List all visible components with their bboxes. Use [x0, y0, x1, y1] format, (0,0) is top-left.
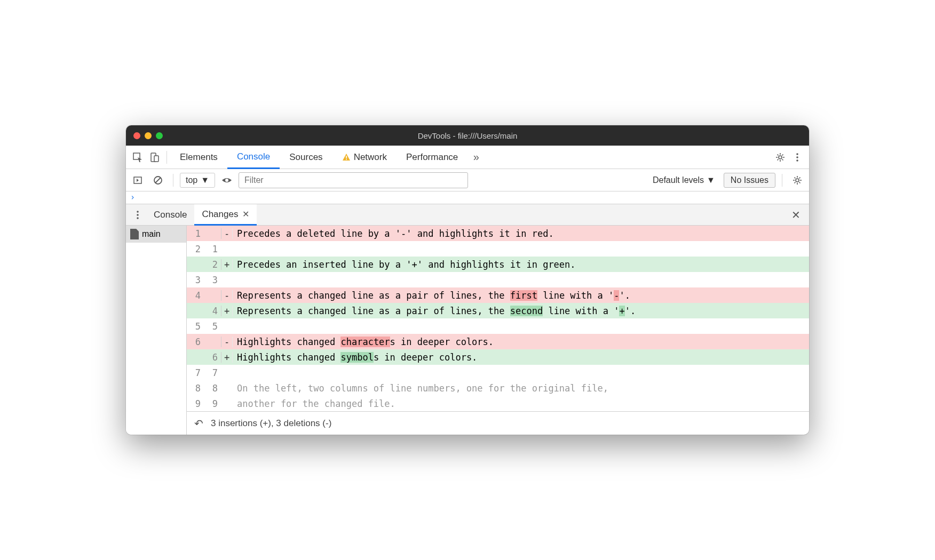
line-number-old: 1: [187, 228, 204, 239]
minimize-window-button[interactable]: [145, 132, 152, 139]
diff-code: Highlights changed symbols in deeper col…: [233, 352, 809, 363]
line-number-new: 5: [204, 321, 221, 332]
diff-code: Precedes a deleted line by a '-' and hig…: [233, 228, 809, 239]
diff-row: 88On the left, two columns of line numbe…: [187, 380, 809, 396]
clear-console-icon[interactable]: [149, 172, 167, 189]
line-number-old: 3: [187, 275, 204, 285]
separator: [167, 151, 167, 164]
diff-code: On the left, two columns of line numbers…: [233, 383, 809, 394]
line-number-new: 2: [204, 259, 221, 270]
issues-button[interactable]: No Issues: [724, 173, 775, 188]
line-number-old: 5: [187, 321, 204, 332]
inspect-element-icon[interactable]: [129, 149, 146, 166]
levels-label: Default levels: [653, 175, 704, 185]
devtools-window: DevTools - file:///Users/main Elements C…: [126, 125, 809, 435]
line-number-old: 4: [187, 290, 204, 301]
diff-lines: 1-Precedes a deleted line by a '-' and h…: [187, 226, 809, 411]
svg-point-7: [796, 156, 798, 158]
chevron-down-icon: ▼: [201, 175, 209, 185]
diff-row: 1-Precedes a deleted line by a '-' and h…: [187, 226, 809, 241]
svg-rect-2: [154, 156, 159, 162]
diff-marker: +: [221, 306, 233, 316]
svg-point-12: [225, 179, 228, 182]
line-number-new: 1: [204, 244, 221, 254]
diff-summary: 3 insertions (+), 3 deletions (-): [211, 418, 331, 429]
line-number-new: 3: [204, 275, 221, 285]
context-label: top: [186, 175, 197, 185]
diff-row: 6-Highlights changed characters in deepe…: [187, 334, 809, 349]
diff-marker: +: [221, 259, 233, 270]
tab-sources[interactable]: Sources: [280, 146, 332, 169]
eye-icon[interactable]: [218, 172, 235, 189]
titlebar: DevTools - file:///Users/main: [126, 125, 809, 146]
close-tab-icon[interactable]: ✕: [242, 209, 249, 219]
tab-elements[interactable]: Elements: [170, 146, 227, 169]
diff-area: 1-Precedes a deleted line by a '-' and h…: [187, 226, 809, 435]
separator: [173, 174, 173, 187]
svg-rect-4: [346, 159, 347, 160]
drawer-tab-bar: Console Changes ✕ ✕: [126, 204, 809, 226]
diff-row: 2+Precedes an inserted line by a '+' and…: [187, 257, 809, 272]
settings-icon[interactable]: [772, 149, 789, 166]
close-window-button[interactable]: [133, 132, 140, 139]
line-number-new: 6: [204, 352, 221, 363]
kebab-menu-icon[interactable]: [789, 149, 806, 166]
diff-code: another for the changed file.: [233, 398, 809, 409]
file-item-main[interactable]: main: [126, 226, 186, 243]
console-settings-icon[interactable]: [789, 172, 806, 189]
svg-point-6: [796, 153, 798, 155]
diff-footer: ↶ 3 insertions (+), 3 deletions (-): [187, 411, 809, 435]
diff-row: 6+Highlights changed symbols in deeper c…: [187, 349, 809, 365]
diff-row: 21: [187, 241, 809, 257]
svg-point-14: [137, 211, 139, 213]
line-number-new: 8: [204, 383, 221, 394]
diff-row: 77: [187, 365, 809, 380]
diff-marker: -: [221, 290, 233, 301]
diff-row: 99another for the changed file.: [187, 396, 809, 411]
diff-row: 33: [187, 272, 809, 287]
drawer-tab-console[interactable]: Console: [146, 204, 194, 226]
line-number-new: 9: [204, 398, 221, 409]
file-list: main: [126, 226, 187, 435]
svg-point-8: [796, 159, 798, 162]
diff-row: 55: [187, 318, 809, 334]
diff-marker: +: [221, 352, 233, 363]
warning-icon: [342, 153, 351, 162]
close-drawer-icon[interactable]: ✕: [786, 209, 806, 221]
tab-network[interactable]: Network: [332, 146, 397, 169]
more-tabs-icon[interactable]: »: [468, 149, 485, 166]
line-number-old: 9: [187, 398, 204, 409]
drawer-tab-changes[interactable]: Changes ✕: [194, 204, 257, 226]
diff-row: 4+Represents a changed line as a pair of…: [187, 303, 809, 318]
svg-point-15: [137, 214, 139, 216]
drawer-kebab-icon[interactable]: [129, 206, 146, 223]
revert-icon[interactable]: ↶: [194, 417, 203, 430]
maximize-window-button[interactable]: [156, 132, 163, 139]
svg-point-5: [779, 156, 782, 159]
diff-marker: -: [221, 337, 233, 347]
drawer-tab-changes-label: Changes: [202, 209, 238, 220]
context-selector[interactable]: top ▼: [180, 173, 215, 188]
tab-network-label: Network: [354, 152, 387, 163]
device-toolbar-icon[interactable]: [146, 149, 163, 166]
separator: [782, 174, 782, 187]
chevron-down-icon: ▼: [707, 175, 715, 185]
diff-code: Precedes an inserted line by a '+' and h…: [233, 259, 809, 270]
log-levels-selector[interactable]: Default levels ▼: [647, 173, 720, 187]
diff-marker: -: [221, 228, 233, 239]
diff-code: Highlights changed characters in deeper …: [233, 337, 809, 347]
line-number-new: 7: [204, 367, 221, 378]
line-number-old: 6: [187, 337, 204, 347]
toggle-sidebar-icon[interactable]: [129, 172, 146, 189]
window-title: DevTools - file:///Users/main: [126, 131, 809, 140]
console-prompt[interactable]: ›: [126, 191, 809, 204]
filter-input[interactable]: [239, 172, 468, 188]
console-toolbar: top ▼ Default levels ▼ No Issues: [126, 169, 809, 191]
diff-code: Represents a changed line as a pair of l…: [233, 306, 809, 316]
window-controls: [133, 132, 163, 139]
main-tab-bar: Elements Console Sources Network Perform…: [126, 146, 809, 169]
line-number-new: 4: [204, 306, 221, 316]
tab-performance[interactable]: Performance: [397, 146, 468, 169]
line-number-old: 7: [187, 367, 204, 378]
tab-console[interactable]: Console: [227, 146, 280, 169]
